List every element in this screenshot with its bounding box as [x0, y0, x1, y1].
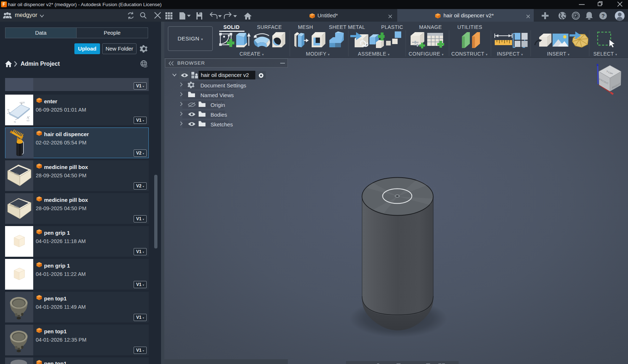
svg-text:120: 120: [22, 101, 25, 104]
svg-text:75: 75: [14, 121, 16, 123]
svg-text:6.0: 6.0: [27, 120, 29, 122]
svg-text:?: ?: [601, 13, 605, 19]
svg-text:40: 40: [7, 109, 9, 111]
